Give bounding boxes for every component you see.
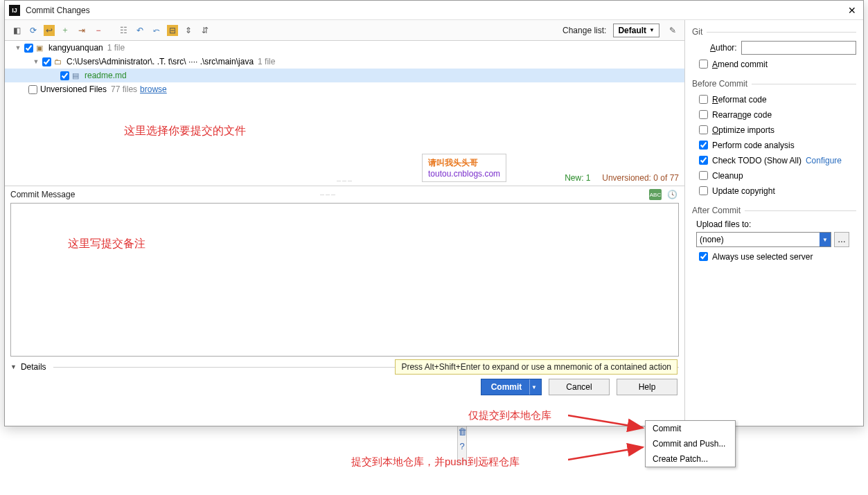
reformat-code-row[interactable]: Reformat code [696,93,856,106]
undo-icon[interactable]: ↶ [134,24,146,37]
status-new: New: 1 [565,173,590,183]
always-server-row[interactable]: Always use selected server [696,250,856,263]
section-git: Git [692,27,856,37]
commit-changes-dialog: IJ Commit Changes ✕ ◧ ⟳ ↩ ＋ ⇥ − ☷ ↶ ⤺ ⊟ … [4,0,864,426]
cleanup-checkbox[interactable] [699,171,708,180]
chevron-down-icon: ▼ [649,27,655,33]
commit-message-label: Commit Message [10,190,320,199]
window-title: Commit Changes [26,6,845,15]
resize-grip[interactable]: ┄┄┄ [320,191,337,199]
file-checkbox[interactable] [60,71,69,80]
remove-icon[interactable]: − [92,24,105,37]
tree-status-line: New: 1 Unversioned: 0 of 77 [565,173,679,183]
analysis-checkbox[interactable] [699,141,708,150]
tree-file-row[interactable]: ▤ readme.md [5,69,684,82]
history-icon[interactable]: 🕓 [665,188,679,201]
dialog-button-row: Press Alt+Shift+Enter to expand or use a… [5,375,684,402]
root-file-count: 1 file [107,43,125,53]
expand-all-icon[interactable]: ⊟ [167,25,178,36]
move-changelist-icon[interactable]: ⇥ [76,24,88,37]
annotation-commit-push: 提交到本地仓库，并push到远程仓库 [351,456,520,469]
author-label: Author: [710,43,737,53]
menu-commit-and-push[interactable]: Commit and Push... [646,436,735,451]
options-pane: Git Author: Amend commit Before Commit R… [684,20,863,426]
path-name: C:\Users\Administrator\. .T. t\src\ ····… [67,57,254,66]
commit-message-input[interactable]: 这里写提交备注 [10,203,679,357]
configure-todo-link[interactable]: Configure [806,156,842,165]
cancel-button[interactable]: Cancel [549,379,610,395]
menu-create-patch[interactable]: Create Patch... [646,451,735,467]
sort-icon[interactable]: ⇵ [199,24,211,37]
revert-icon[interactable]: ↩ [44,25,55,36]
unversioned-label: Unversioned Files [40,84,107,94]
tree-root-row[interactable]: ▼ ▣ kangyuanquan 1 file [5,41,684,55]
help-gutter-icon: ? [459,441,464,451]
menu-commit[interactable]: Commit [646,421,735,436]
chevron-down-icon[interactable]: ▼ [531,384,537,390]
browse-link[interactable]: browse [140,84,167,94]
changelist-action-icon[interactable]: ✎ [666,24,679,37]
close-icon[interactable]: ✕ [845,5,859,16]
optimize-imports-row[interactable]: Optimize imports [696,123,856,136]
titlebar: IJ Commit Changes ✕ [5,1,863,20]
changelist-select[interactable]: Default ▼ [613,24,659,37]
resize-grip[interactable]: ┄┄┄ [337,177,353,185]
upload-target-select[interactable]: (none) ▼ [696,232,831,247]
author-row: Author: [710,41,856,55]
add-icon[interactable]: ＋ [59,24,71,37]
chevron-down-icon[interactable]: ▼ [10,363,17,370]
upload-ellipsis-button[interactable]: … [834,232,849,247]
refresh-icon[interactable]: ⟳ [27,24,39,37]
spellcheck-icon[interactable]: ABC [648,188,662,201]
changes-tree[interactable]: ▼ ▣ kangyuanquan 1 file ▼ 🗀 C:\Users\Adm… [5,41,684,186]
file-icon: ▤ [72,71,82,80]
amend-checkbox[interactable] [699,60,708,69]
update-copyright-row[interactable]: Update copyright [696,184,856,197]
unversioned-count: 77 files [111,84,137,94]
status-unversioned: Unversioned: 0 of 77 [602,173,679,183]
details-label: Details [21,362,46,372]
optimize-checkbox[interactable] [699,125,708,134]
annotation-write-message: 这里写提交备注 [68,237,145,251]
path-checkbox[interactable] [42,57,51,66]
unversioned-row[interactable]: Unversioned Files 77 files browse [5,82,684,96]
commit-button[interactable]: Commit ▼ [481,379,542,395]
help-button[interactable]: Help [617,379,677,395]
commit-message-header: Commit Message ┄┄┄ ABC 🕓 [5,186,684,203]
section-before-commit: Before Commit [692,79,856,89]
todo-checkbox[interactable] [699,156,708,165]
mnemonic-tooltip: Press Alt+Shift+Enter to expand or use a… [395,359,677,375]
path-file-count: 1 file [258,57,275,66]
copyright-checkbox[interactable] [699,186,708,195]
module-icon: ▣ [36,44,46,53]
code-analysis-row[interactable]: Perform code analysis [696,138,856,152]
annotation-commit-local: 仅提交到本地仓库 [468,409,551,422]
expand-arrow-icon[interactable]: ▼ [15,44,21,51]
tree-path-row[interactable]: ▼ 🗀 C:\Users\Administrator\. .T. t\src\ … [5,55,684,69]
svg-line-3 [568,447,643,460]
unversioned-checkbox[interactable] [28,85,37,94]
commit-toolbar: ◧ ⟳ ↩ ＋ ⇥ − ☷ ↶ ⤺ ⊟ ⇕ ⇵ Change list: Def… [5,20,684,41]
watermark: 请叫我头头哥 toutou.cnblogs.com [422,154,506,182]
check-todo-row[interactable]: Check TODO (Show All) Configure [696,154,856,167]
author-input[interactable] [741,41,856,55]
expand-arrow-icon[interactable]: ▼ [33,58,39,65]
rearrange-code-row[interactable]: Rearrange code [696,108,856,121]
rearrange-checkbox[interactable] [699,110,708,119]
commit-dropdown-menu: Commit Commit and Push... Create Patch..… [645,420,736,467]
arrow-to-commit-push [568,443,651,464]
collapse-all-icon[interactable]: ⇕ [182,24,195,37]
trash-icon: 🗑 [458,426,467,437]
root-checkbox[interactable] [24,44,33,53]
show-diff-icon[interactable]: ◧ [10,24,23,37]
amend-commit-row[interactable]: Amend commit [696,57,856,71]
left-pane: ◧ ⟳ ↩ ＋ ⇥ − ☷ ↶ ⤺ ⊟ ⇕ ⇵ Change list: Def… [5,20,684,426]
section-after-commit: After Commit [692,206,856,215]
rollback-icon[interactable]: ⤺ [150,24,163,37]
changelist-label: Change list: [563,26,606,35]
file-name: readme.md [85,71,127,80]
group-by-icon[interactable]: ☷ [117,24,130,37]
always-server-checkbox[interactable] [699,252,708,261]
cleanup-row[interactable]: Cleanup [696,169,856,182]
reformat-checkbox[interactable] [699,95,708,104]
